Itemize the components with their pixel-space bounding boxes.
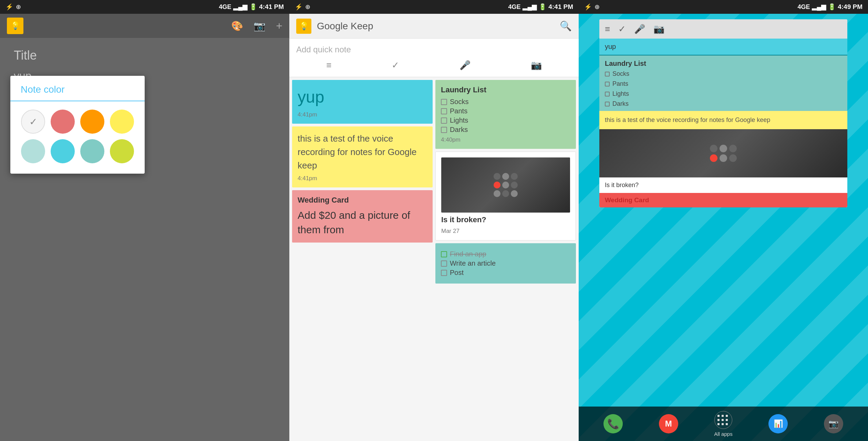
network-icon: 4GE [219,3,231,11]
note-card-wedding[interactable]: Wedding Card Add $20 and a picture of th… [292,190,433,243]
usb-icon: ⚡ [6,3,13,11]
add-icon[interactable]: + [276,20,282,32]
laundry-list-title: Laundry List [605,60,842,69]
quick-note-icons: ≡ ✓ 🎤 📷 [296,60,572,71]
note-elevator-date: Mar 27 [441,228,570,235]
dock-gmail[interactable]: M [659,414,678,433]
color-swatch-blue[interactable] [51,139,75,163]
laundry-p3-lights: Lights [605,89,842,99]
note-camera-icon[interactable]: 📷 [531,60,542,71]
note-wedding-body: Add $20 and a picture of them from [298,208,427,237]
network-icon2: 4GE [508,3,520,11]
note-title-label[interactable]: Title [14,48,276,63]
sync-icon2: ⊕ [305,3,310,11]
camera-dock-icon[interactable]: 📷 [824,414,843,433]
panel2-google-keep: ⚡ ⊕ 4GE ▂▄▆ 🔋 4:41 PM 💡 Google Keep 🔍 Ad… [289,0,579,441]
gmail-icon[interactable]: M [659,414,678,433]
checkbox-findapp[interactable] [441,251,447,257]
checkbox-darks[interactable] [441,127,447,133]
panel3-task-switcher: ⚡ ⊕ 4GE ▂▄▆ 🔋 4:49 PM ≡ ✓ 🎤 📷 yup Laundr… [579,0,868,441]
p3-checkbox-darks[interactable] [605,102,610,106]
status-icons-left: ⚡ ⊕ [6,3,21,11]
laundry-item-lights: Lights [441,116,570,124]
dock-phone[interactable]: 📞 [603,414,623,433]
color-swatch-lime[interactable] [110,139,134,163]
search-icon[interactable]: 🔍 [560,20,572,32]
network-icon3: 4GE [797,3,810,11]
note-wedding-title: Wedding Card [298,196,427,205]
dock-flashcard[interactable]: 📊 [768,414,788,433]
elevator-image [441,157,570,213]
note-laundry-title: Laundry List [441,85,570,94]
p3-label-lights: Lights [612,90,629,98]
color-swatch-white[interactable] [21,110,45,134]
toolbar-list-icon[interactable]: ≡ [605,24,610,34]
label-pants: Pants [450,107,467,115]
checkbox-article[interactable] [441,260,447,267]
color-swatch-red[interactable] [51,110,75,134]
usb-icon3: ⚡ [584,3,592,11]
quick-note-bar[interactable]: Add quick note ≡ ✓ 🎤 📷 [289,39,579,77]
status-icons-left2: ⚡ ⊕ [295,3,310,11]
usb-icon2: ⚡ [295,3,302,11]
quick-note-placeholder[interactable]: Add quick note [296,45,572,54]
p3-checkbox-socks[interactable] [605,72,610,76]
note-card-elevator[interactable]: Is it broken? Mar 27 [435,152,576,240]
note-yup-text: yup [298,85,427,109]
bottom-dock: 📞 M All apps 📊 📷 [579,407,868,441]
note-card-voice[interactable]: this is a test of the voice recording fo… [292,126,433,187]
laundry-item-darks: Darks [441,126,570,134]
app-card-search-bar[interactable]: yup [599,39,847,55]
toolbar-check-icon[interactable]: ✓ [618,24,626,34]
checkbox-socks[interactable] [441,99,447,105]
note-card-todo[interactable]: Find an app Write an article Post [435,243,576,284]
checkbox-pants[interactable] [441,108,447,114]
note-mic-icon[interactable]: 🎤 [459,60,471,71]
note-check-icon[interactable]: ✓ [392,60,399,71]
color-swatch-yellow[interactable] [110,110,134,134]
checkbox-lights[interactable] [441,117,447,124]
notes-grid: yup 4:41pm this is a test of the voice r… [289,77,579,441]
sync-icon3: ⊕ [595,3,600,11]
color-swatch-orange[interactable] [80,110,104,134]
label-socks: Socks [450,98,468,106]
note-toolbar: 💡 🎨 📷 + [0,14,289,38]
camera-icon[interactable]: 📷 [254,20,266,32]
color-row-top [17,110,138,134]
p3-checkbox-pants[interactable] [605,82,610,86]
status-icons-right: 4GE ▂▄▆ 🔋 4:41 PM [219,3,284,11]
color-picker-divider [10,101,145,101]
todo-item-article: Write an article [441,259,570,267]
note-yup-time: 4:41pm [298,111,427,118]
checkbox-post[interactable] [441,270,447,276]
color-swatch-teal[interactable] [21,139,45,163]
signal-icon2: ▂▄▆ [523,3,537,11]
p3-label-darks: Darks [612,100,629,107]
toolbar-cam-icon[interactable]: 📷 [653,24,664,34]
phone-icon[interactable]: 📞 [603,414,623,433]
all-apps-label: All apps [714,431,732,437]
label-darks: Darks [450,126,468,134]
p3-label-pants: Pants [612,80,628,88]
app-card-laundry-section: Laundry List Socks Pants Lights Darks [599,55,847,111]
sync-icon: ⊕ [16,3,21,11]
note-card-yup[interactable]: yup 4:41pm [292,80,433,124]
color-swatch-green[interactable] [80,139,104,163]
dock-all-apps[interactable]: All apps [714,411,732,437]
keep-app-title: Google Keep [317,21,554,32]
p3-checkbox-lights[interactable] [605,92,610,96]
note-card-laundry[interactable]: Laundry List Socks Pants Lights Darks [435,80,576,149]
toolbar-mic-icon[interactable]: 🎤 [634,24,645,34]
color-picker-title: Note color [10,76,145,101]
status-icons-right3: 4GE ▂▄▆ 🔋 4:49 PM [797,3,862,11]
laundry-p3-pants: Pants [605,79,842,89]
status-icons-left3: ⚡ ⊕ [584,3,600,11]
flashcard-icon[interactable]: 📊 [768,414,788,433]
recent-app-card-keep[interactable]: ≡ ✓ 🎤 📷 yup Laundry List Socks Pants Lig… [599,19,847,207]
time-display: 4:41 PM [259,3,284,11]
dock-camera[interactable]: 📷 [824,414,843,433]
note-elevator-title: Is it broken? [441,215,570,224]
palette-icon[interactable]: 🎨 [231,20,243,32]
note-list-icon[interactable]: ≡ [326,60,331,71]
all-apps-icon[interactable] [714,411,732,429]
